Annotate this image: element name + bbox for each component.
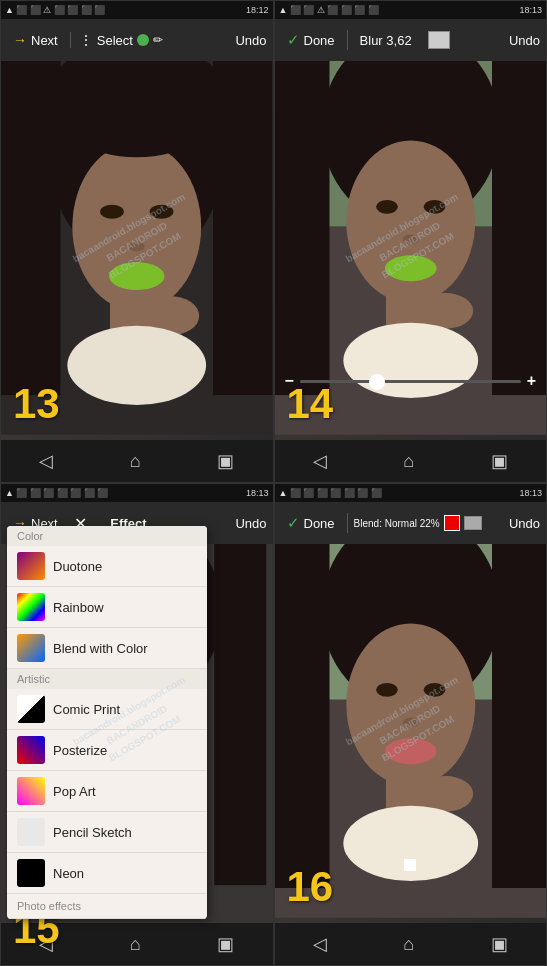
- home-nav-4[interactable]: ⌂: [403, 934, 414, 955]
- undo-button-1[interactable]: Undo: [235, 33, 266, 48]
- next-button-1[interactable]: → Next: [7, 30, 64, 50]
- divider-4: [347, 513, 348, 533]
- rainbow-label: Rainbow: [53, 600, 104, 615]
- menu-icon-1: ⋮: [79, 32, 93, 48]
- blend-color-swatch-4[interactable]: [444, 515, 460, 531]
- status-icons-left-1: ▲ ⬛ ⬛ ⚠ ⬛ ⬛ ⬛ ⬛: [5, 5, 105, 15]
- photo-area-4: bacaandroid.blogspot.comBACANDROIDBLOGSP…: [275, 526, 547, 923]
- toolbar-2: ✓ Done Blur 3,62 Undo: [275, 19, 547, 61]
- undo-button-3[interactable]: Undo: [235, 516, 266, 531]
- back-nav-2[interactable]: ◁: [313, 450, 327, 472]
- effect-item-posterize[interactable]: Posterize: [7, 730, 207, 771]
- blend-layers-icon-4[interactable]: [464, 516, 482, 530]
- blend-info-4: Blend: Normal 22%: [354, 515, 482, 531]
- back-nav-1[interactable]: ◁: [39, 450, 53, 472]
- effect-item-duotone[interactable]: Duotone: [7, 546, 207, 587]
- layers-icon-2[interactable]: [428, 31, 450, 49]
- home-nav-1[interactable]: ⌂: [130, 451, 141, 472]
- status-bar-2: ▲ ⬛ ⬛ ⚠ ⬛ ⬛ ⬛ ⬛ 18:13: [275, 1, 547, 19]
- toolbar-1: → Next ⋮ Select ✏ Undo: [1, 19, 273, 61]
- select-button-1[interactable]: ⋮ Select ✏: [70, 32, 163, 48]
- comic-thumb: [17, 695, 45, 723]
- status-icons-left-2: ▲ ⬛ ⬛ ⚠ ⬛ ⬛ ⬛ ⬛: [279, 5, 379, 15]
- divider-2: [347, 30, 348, 50]
- pencil-icon-1: ✏: [153, 33, 163, 47]
- photo-effects-label: Photo effects: [17, 900, 81, 912]
- panel-14: ▲ ⬛ ⬛ ⚠ ⬛ ⬛ ⬛ ⬛ 18:13 ✓ Done Blur 3,62 U…: [274, 0, 548, 483]
- slider-thumb-2[interactable]: [369, 374, 385, 390]
- status-icons-left-3: ▲ ⬛ ⬛ ⬛ ⬛ ⬛ ⬛ ⬛: [5, 488, 108, 498]
- svg-point-49: [384, 738, 436, 764]
- effect-category-artistic: Artistic: [7, 669, 207, 689]
- status-bar-3: ▲ ⬛ ⬛ ⬛ ⬛ ⬛ ⬛ ⬛ 18:13: [1, 484, 273, 502]
- svg-point-47: [423, 683, 445, 697]
- toolbar-4: ✓ Done Blend: Normal 22% Undo: [275, 502, 547, 544]
- status-bar-1: ▲ ⬛ ⬛ ⚠ ⬛ ⬛ ⬛ ⬛ 18:12: [1, 1, 273, 19]
- svg-point-7: [150, 205, 174, 219]
- home-nav-3[interactable]: ⌂: [130, 934, 141, 955]
- green-dot-1: [137, 34, 149, 46]
- effect-category-color: Color: [7, 526, 207, 546]
- svg-point-48: [402, 718, 418, 728]
- status-time-4: 18:13: [519, 488, 542, 498]
- step-number-1: 13: [13, 380, 60, 428]
- svg-point-46: [376, 683, 398, 697]
- arrow-icon-1: →: [13, 32, 27, 48]
- neon-label: Neon: [53, 866, 84, 881]
- svg-point-12: [67, 326, 206, 405]
- svg-rect-18: [492, 48, 546, 395]
- back-nav-4[interactable]: ◁: [313, 933, 327, 955]
- rainbow-thumb: [17, 593, 45, 621]
- neon-thumb: [17, 859, 45, 887]
- recent-nav-1[interactable]: ▣: [217, 450, 234, 472]
- status-bar-4: ▲ ⬛ ⬛ ⬛ ⬛ ⬛ ⬛ ⬛ 18:13: [275, 484, 547, 502]
- status-icons-left-4: ▲ ⬛ ⬛ ⬛ ⬛ ⬛ ⬛ ⬛: [279, 488, 382, 498]
- svg-rect-44: [492, 531, 546, 888]
- home-nav-2[interactable]: ⌂: [403, 451, 414, 472]
- svg-point-23: [384, 255, 436, 281]
- done-button-4[interactable]: ✓ Done: [281, 512, 341, 534]
- panel-15: ▲ ⬛ ⬛ ⬛ ⬛ ⬛ ⬛ ⬛ 18:13 → Next ✕ Effect Un…: [0, 483, 274, 966]
- svg-point-9: [109, 262, 164, 290]
- bottom-nav-4: ◁ ⌂ ▣: [275, 923, 547, 965]
- effect-item-blend[interactable]: Blend with Color: [7, 628, 207, 669]
- effect-item-neon[interactable]: Neon: [7, 853, 207, 894]
- posterize-label: Posterize: [53, 743, 107, 758]
- svg-point-8: [129, 242, 145, 252]
- svg-rect-43: [275, 531, 329, 888]
- effect-item-pencil[interactable]: Pencil Sketch: [7, 812, 207, 853]
- bottom-nav-1: ◁ ⌂ ▣: [1, 440, 273, 482]
- bottom-nav-2: ◁ ⌂ ▣: [275, 440, 547, 482]
- duotone-thumb: [17, 552, 45, 580]
- pencil-thumb: [17, 818, 45, 846]
- effect-dropdown: Color Duotone Rainbow Blend with Color A…: [7, 526, 207, 919]
- status-time-3: 18:13: [246, 488, 269, 498]
- slider-dot-4: [404, 859, 416, 871]
- effect-item-comic[interactable]: Comic Print: [7, 689, 207, 730]
- popart-label: Pop Art: [53, 784, 96, 799]
- svg-point-6: [100, 205, 124, 219]
- blend-label: Blend with Color: [53, 641, 148, 656]
- slider-plus-2[interactable]: +: [527, 372, 536, 390]
- recent-nav-2[interactable]: ▣: [491, 450, 508, 472]
- duotone-label: Duotone: [53, 559, 102, 574]
- status-time-2: 18:13: [519, 5, 542, 15]
- recent-nav-4[interactable]: ▣: [491, 933, 508, 955]
- blur-label-2: Blur 3,62: [354, 31, 418, 50]
- status-time-1: 18:12: [246, 5, 269, 15]
- recent-nav-3[interactable]: ▣: [217, 933, 234, 955]
- svg-rect-30: [214, 526, 266, 885]
- undo-button-2[interactable]: Undo: [509, 33, 540, 48]
- comic-label: Comic Print: [53, 702, 120, 717]
- effect-item-rainbow[interactable]: Rainbow: [7, 587, 207, 628]
- blend-thumb: [17, 634, 45, 662]
- svg-point-21: [423, 200, 445, 214]
- effect-item-popart[interactable]: Pop Art: [7, 771, 207, 812]
- svg-point-22: [402, 235, 418, 245]
- pencil-label: Pencil Sketch: [53, 825, 132, 840]
- photo-area-2: bacaandroid.blogspot.comBACANDROIDBLOGSP…: [275, 43, 547, 440]
- effect-item-photo[interactable]: Photo effects: [7, 894, 207, 919]
- done-button-2[interactable]: ✓ Done: [281, 29, 341, 51]
- undo-button-4[interactable]: Undo: [509, 516, 540, 531]
- popart-thumb: [17, 777, 45, 805]
